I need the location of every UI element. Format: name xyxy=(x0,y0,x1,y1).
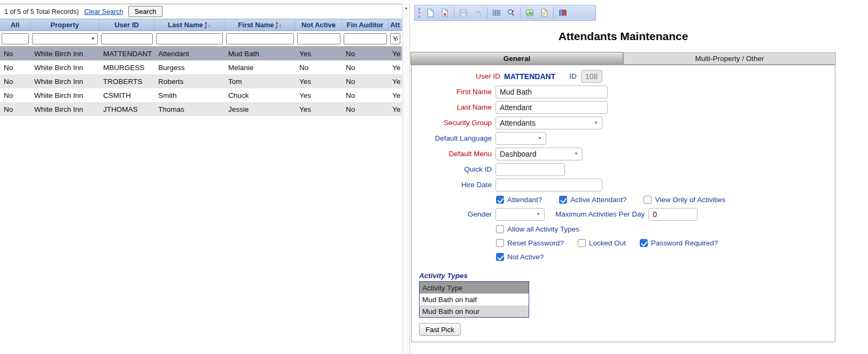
cell-not-active: Yes xyxy=(296,74,342,88)
gender-row: Gender ▼ Maximum Activities Per Day xyxy=(412,206,835,222)
filter-last-name-input[interactable] xyxy=(156,33,223,44)
default-menu-label: Default Menu xyxy=(412,150,492,158)
cell-att: Ye xyxy=(389,74,402,88)
toolbar-separator xyxy=(454,7,454,18)
save-icon[interactable] xyxy=(458,7,469,18)
cell-property: White Birch Inn xyxy=(30,60,99,74)
quick-id-label: Quick ID xyxy=(412,165,492,173)
max-activities-field[interactable] xyxy=(648,208,698,221)
scroll-up-arrow-icon[interactable]: ▲ xyxy=(403,4,409,12)
table-row[interactable]: No White Birch Inn CSMITH Smith Chuck Ye… xyxy=(0,88,402,102)
chevron-down-icon: ▼ xyxy=(532,212,540,217)
view-only-checkbox[interactable] xyxy=(644,196,652,204)
hire-date-field[interactable] xyxy=(495,179,602,191)
help-book-icon[interactable] xyxy=(557,7,568,18)
security-group-dropdown[interactable]: Attendants ▼ xyxy=(495,117,602,129)
cell-last-name: Attendant xyxy=(154,47,224,60)
first-name-field[interactable] xyxy=(495,86,608,98)
cell-att: Ye xyxy=(389,88,402,102)
filter-first-name-input[interactable] xyxy=(226,33,294,44)
gender-label: Gender xyxy=(412,210,492,218)
default-language-dropdown[interactable]: ▼ xyxy=(495,132,546,145)
filter-att-input[interactable] xyxy=(390,33,400,44)
form-toolbar xyxy=(414,5,596,21)
default-menu-dropdown[interactable]: Dashboard ▼ xyxy=(495,148,583,160)
list-item[interactable]: Mud Bath on half xyxy=(420,294,529,305)
password-required-checkbox-field: Password Required? xyxy=(640,239,718,247)
table-row[interactable]: No White Birch Inn TROBERTS Roberts Tom … xyxy=(0,74,402,88)
clear-search-link[interactable]: Clear Search xyxy=(84,8,123,16)
column-label: Att xyxy=(390,21,400,29)
default-language-label: Default Language xyxy=(412,134,492,142)
print-grid-icon[interactable] xyxy=(491,7,502,18)
delete-record-icon[interactable] xyxy=(439,7,450,18)
filter-fin-auditor-input[interactable] xyxy=(344,33,387,44)
cell-fin-auditor: No xyxy=(342,60,389,74)
tab-general[interactable]: General xyxy=(410,52,623,65)
password-required-checkbox-label: Password Required? xyxy=(651,239,718,247)
column-label: Fin Auditor xyxy=(347,21,384,29)
activity-types-listbox[interactable]: Activity Type Mud Bath on half Mud Bath … xyxy=(419,281,529,318)
cell-last-name: Thomas xyxy=(154,102,224,116)
last-name-field[interactable] xyxy=(495,101,608,114)
allow-all-checkbox[interactable] xyxy=(496,225,504,233)
cell-user-id: JTHOMAS xyxy=(99,102,154,116)
toolbar-drag-handle[interactable] xyxy=(418,8,420,18)
table-row[interactable]: No White Birch Inn MBURGESS Burgess Mela… xyxy=(0,60,402,74)
vertical-scrollbar[interactable]: ▲ xyxy=(402,4,410,354)
quick-id-field[interactable] xyxy=(495,163,565,176)
table-filter-row: ▼ xyxy=(0,31,402,47)
column-label: User ID xyxy=(114,21,139,29)
filter-all-input[interactable] xyxy=(2,33,29,44)
column-header-att[interactable]: Att xyxy=(389,19,402,30)
page-title: Attendants Maintenance xyxy=(410,30,836,43)
column-header-not-active[interactable]: Not Active xyxy=(296,19,342,30)
table-row[interactable]: No White Birch Inn JTHOMAS Thomas Jessie… xyxy=(0,102,402,116)
filter-user-id-input[interactable] xyxy=(101,33,153,44)
column-header-fin-auditor[interactable]: Fin Auditor xyxy=(342,19,389,30)
not-active-checkbox[interactable] xyxy=(496,253,504,261)
view-only-checkbox-field: View Only of Activities xyxy=(644,196,725,204)
security-group-value: Attendants xyxy=(500,119,536,127)
column-header-last-name[interactable]: Last Name AZ↓ xyxy=(154,19,224,30)
locked-out-checkbox[interactable] xyxy=(578,239,586,247)
first-name-row: First Name xyxy=(412,84,835,99)
last-name-row: Last Name xyxy=(412,99,835,115)
chevron-down-icon: ▼ xyxy=(590,120,598,125)
filter-property-dropdown[interactable]: ▼ xyxy=(32,33,98,44)
undo-icon[interactable] xyxy=(472,7,483,18)
sort-az-icon[interactable]: AZ↓ xyxy=(205,21,211,29)
active-attendant-checkbox[interactable] xyxy=(559,196,567,204)
table-row[interactable]: No White Birch Inn MATTENDANT Attendant … xyxy=(0,47,402,60)
tab-multi-property-other[interactable]: Multi-Property / Other xyxy=(623,52,836,65)
cell-first-name: Jessie xyxy=(224,102,296,116)
fast-pick-button[interactable]: Fast Pick xyxy=(419,323,461,336)
attendant-checkbox[interactable] xyxy=(496,196,504,204)
report-page-icon[interactable] xyxy=(539,7,549,18)
column-label: Not Active xyxy=(301,21,336,29)
column-header-user-id[interactable]: User ID xyxy=(99,19,154,30)
cell-user-id: MBURGESS xyxy=(99,60,154,74)
column-header-all[interactable]: All xyxy=(0,19,30,30)
cell-all: No xyxy=(0,88,30,102)
reset-password-checkbox-label: Reset Password? xyxy=(507,239,564,247)
cell-fin-auditor: No xyxy=(342,102,389,116)
new-record-icon[interactable] xyxy=(425,7,436,18)
filter-not-active-input[interactable] xyxy=(297,33,340,44)
gender-dropdown[interactable]: ▼ xyxy=(495,208,545,221)
sort-az-icon[interactable]: AZ↓ xyxy=(276,21,282,29)
not-active-checkbox-field: Not Active? xyxy=(496,253,544,261)
allow-all-row: Allow all Activity Types xyxy=(412,222,835,236)
activity-types-label: Activity Types xyxy=(419,272,835,280)
reset-password-checkbox[interactable] xyxy=(496,239,504,247)
list-item[interactable]: Mud Bath on hour xyxy=(420,305,529,317)
id-label: ID xyxy=(569,72,577,80)
search-records-icon[interactable] xyxy=(506,7,516,18)
process-icon[interactable] xyxy=(524,7,535,18)
column-header-first-name[interactable]: First Name AZ↓ xyxy=(224,19,296,30)
column-header-property[interactable]: Property xyxy=(30,19,99,30)
password-required-checkbox[interactable] xyxy=(640,239,648,247)
last-name-label: Last Name xyxy=(412,103,492,111)
hire-date-label: Hire Date xyxy=(412,181,492,189)
search-button[interactable]: Search xyxy=(128,6,162,17)
